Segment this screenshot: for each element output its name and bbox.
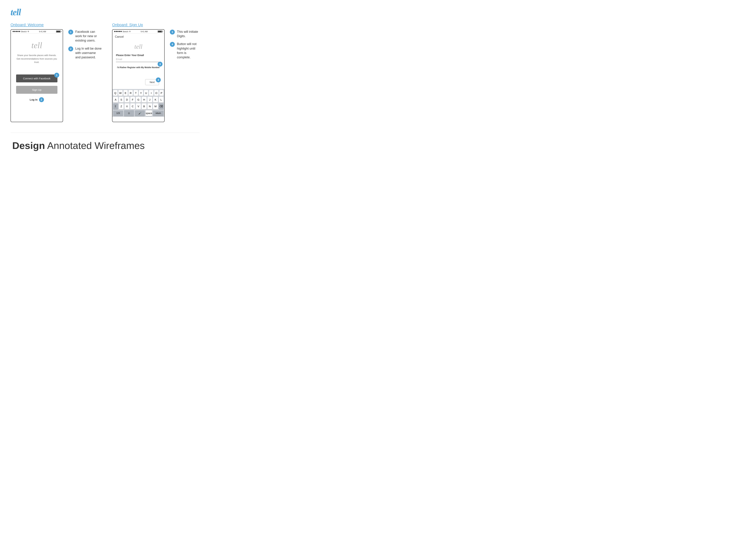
key-space[interactable]: space — [146, 110, 152, 116]
signup-status-bar: Sketch ⊜ 9:41 AM — [112, 30, 164, 33]
annotation-3-text: This will initiate Digits. — [177, 30, 200, 38]
key-v[interactable]: V — [136, 103, 141, 109]
mobile-link[interactable]: I'd Rather Register with My Mobile Numbe… — [116, 66, 161, 69]
key-r[interactable]: R — [129, 90, 133, 96]
key-q[interactable]: Q — [113, 90, 117, 96]
signup-phone-frame: Sketch ⊜ 9:41 AM Cancel — [112, 29, 165, 122]
next-btn-row: Next 4 — [116, 79, 161, 85]
signup-nav: Cancel — [112, 33, 164, 40]
signup-time-display: 9:41 AM — [141, 30, 148, 33]
key-g[interactable]: G — [136, 97, 141, 103]
key-backspace[interactable]: ⌫ — [159, 103, 164, 109]
annotation-2: 2 Log In will be done with username and … — [68, 46, 102, 60]
annotation-4-text: Button will not highlight until form is … — [177, 42, 200, 60]
signup-network-label: Sketch — [122, 30, 128, 33]
key-i[interactable]: I — [149, 90, 153, 96]
key-f[interactable]: F — [130, 97, 135, 103]
welcome-phone-container: Sketch ⊜ 9:41 AM tell S — [11, 29, 63, 122]
wifi-icon: ⊜ — [28, 30, 29, 33]
key-d[interactable]: D — [125, 97, 129, 103]
welcome-content: tell Share your favorite places with fri… — [11, 33, 63, 107]
badge-4: 4 — [156, 77, 161, 82]
tagline: Share your favorite places with friends.… — [16, 54, 57, 64]
signup-phone-container: Sketch ⊜ 9:41 AM Cancel — [112, 29, 165, 122]
key-l[interactable]: L — [159, 97, 164, 103]
key-o[interactable]: O — [154, 90, 159, 96]
key-e[interactable]: E — [124, 90, 128, 96]
welcome-annotations: 1 Facebook can work for new or existing … — [68, 23, 102, 63]
key-emoji[interactable]: ☺ — [124, 110, 134, 116]
bottom-title: Design Annotated Wireframes — [12, 140, 198, 151]
annotation-3: 3 This will initiate Digits. — [170, 30, 200, 38]
signup-app-logo: tell — [134, 43, 142, 50]
signup-title: Onboard: Sign Up — [112, 23, 165, 27]
keyboard-row-1: Q W E R T Y U I O P — [113, 90, 164, 96]
key-y[interactable]: Y — [139, 90, 143, 96]
key-s[interactable]: S — [119, 97, 124, 103]
key-p[interactable]: P — [159, 90, 164, 96]
wireframes-row: Onboard: Welcome — [11, 23, 200, 122]
email-label: Please Enter Your Email — [116, 54, 161, 57]
keyboard-row-2: A S D F G H J K L — [113, 97, 164, 103]
network-label: Sketch — [21, 30, 27, 33]
login-link[interactable]: Log In — [30, 98, 38, 101]
badge-2: 2 — [39, 97, 44, 102]
bottom-section: Design Annotated Wireframes — [11, 140, 200, 151]
welcome-title: Onboard: Welcome — [11, 23, 63, 27]
signup-phone-column: Onboard: Sign Up — [112, 23, 165, 122]
annotation-2-text: Log In will be done with username and pa… — [75, 46, 102, 60]
bubble-1: 1 — [68, 30, 73, 35]
key-numbers[interactable]: 123 — [113, 111, 123, 116]
annotation-1: 1 Facebook can work for new or existing … — [68, 30, 102, 43]
key-k[interactable]: K — [153, 97, 158, 103]
facebook-btn-wrapper: Connect with Facebook 1 — [16, 74, 57, 84]
bubble-4: 4 — [170, 42, 175, 47]
key-c[interactable]: C — [130, 103, 135, 109]
key-mic[interactable]: 🎤 — [135, 110, 145, 116]
key-m[interactable]: M — [153, 103, 158, 109]
keyboard: Q W E R T Y U I O P — [112, 89, 164, 117]
signal-dots — [13, 31, 20, 32]
cancel-button[interactable]: Cancel — [115, 35, 124, 38]
key-j[interactable]: J — [148, 97, 152, 103]
connect-facebook-button[interactable]: Connect with Facebook — [16, 74, 57, 82]
welcome-section: Onboard: Welcome — [11, 23, 102, 122]
welcome-phone-column: Onboard: Welcome — [11, 23, 63, 122]
email-input-field[interactable]: Email — [116, 58, 161, 62]
key-w[interactable]: W — [118, 90, 123, 96]
app-logo: tell — [11, 7, 200, 17]
key-shift[interactable]: ⇧ — [113, 103, 118, 109]
bottom-title-bold: Design — [12, 140, 45, 151]
time-display: 9:41 AM — [39, 30, 46, 33]
annotation-4: 4 Button will not highlight until form i… — [170, 42, 200, 60]
signup-wifi-icon: ⊜ — [129, 30, 131, 33]
key-h[interactable]: H — [142, 97, 147, 103]
signup-battery-icon — [158, 30, 163, 33]
welcome-app-logo: tell — [31, 40, 42, 50]
welcome-status-bar: Sketch ⊜ 9:41 AM — [11, 30, 63, 33]
key-t[interactable]: T — [134, 90, 138, 96]
login-wrapper: Log In 2 — [30, 97, 44, 102]
badge-3: 3 — [158, 62, 163, 67]
signup-annotations: 3 This will initiate Digits. 4 Button wi… — [170, 23, 200, 63]
key-a[interactable]: A — [113, 97, 118, 103]
annotation-1-text: Facebook can work for new or existing us… — [75, 30, 102, 43]
signup-button[interactable]: Sign Up — [16, 86, 57, 94]
key-u[interactable]: U — [144, 90, 148, 96]
badge-1: 1 — [54, 73, 59, 78]
signup-signal-dots — [114, 31, 122, 32]
battery-icon — [56, 30, 61, 33]
email-input-wrapper: Email 3 — [116, 58, 161, 64]
key-n[interactable]: N — [148, 103, 152, 109]
key-x[interactable]: X — [125, 103, 129, 109]
bottom-title-regular: Annotated Wireframes — [45, 140, 145, 151]
keyboard-row-4: 123 ☺ 🎤 space return — [113, 110, 164, 116]
signup-content: tell Please Enter Your Email Email 3 — [112, 40, 164, 89]
key-return[interactable]: return — [153, 111, 164, 116]
keyboard-row-3: ⇧ Z X C V B N M ⌫ — [113, 103, 164, 109]
key-z[interactable]: Z — [119, 103, 124, 109]
bubble-2: 2 — [68, 46, 73, 51]
bubble-3: 3 — [170, 30, 175, 35]
signup-section: Onboard: Sign Up — [112, 23, 200, 122]
key-b[interactable]: B — [142, 103, 147, 109]
